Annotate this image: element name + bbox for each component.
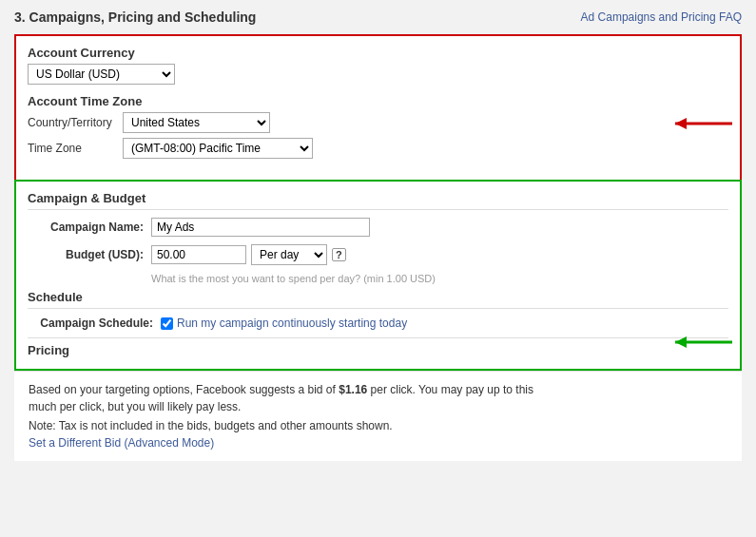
timezone-row: Time Zone (GMT-08:00) Pacific Time (GMT-… xyxy=(28,138,728,159)
main-content: 3. Campaigns, Pricing and Scheduling Ad … xyxy=(0,0,756,537)
account-currency-select[interactable]: US Dollar (USD) Euro (EUR) British Pound… xyxy=(28,64,175,85)
schedule-title: Schedule xyxy=(28,290,728,309)
account-currency-group: Account Currency US Dollar (USD) Euro (E… xyxy=(28,46,728,85)
account-currency-label: Account Currency xyxy=(28,46,728,60)
campaign-form: Campaign Name: Budget (USD): Per day Per… xyxy=(28,218,728,284)
campaign-name-label: Campaign Name: xyxy=(37,221,151,234)
pricing-divider: Pricing xyxy=(28,337,728,357)
schedule-checkbox-row: Run my campaign continuously starting to… xyxy=(161,316,407,330)
bid-info-text2: per click. You may pay up to this xyxy=(367,383,533,396)
campaign-name-input[interactable] xyxy=(151,218,370,237)
budget-period-select[interactable]: Per day Per week Per month xyxy=(251,244,327,265)
section-title: 3. Campaigns, Pricing and Scheduling xyxy=(14,10,256,25)
bid-info-text1: Based on your targeting options, Faceboo… xyxy=(29,383,339,396)
outer-wrapper: Account Currency US Dollar (USD) Euro (E… xyxy=(14,34,742,371)
schedule-label: Campaign Schedule: xyxy=(28,316,161,330)
note-text: Tax is not included in the bids, budgets… xyxy=(56,419,393,432)
bid-amount: $1.16 xyxy=(339,383,367,396)
schedule-text: Run my campaign continuously starting to… xyxy=(177,316,407,330)
timezone-select[interactable]: (GMT-08:00) Pacific Time (GMT-05:00) Eas… xyxy=(123,138,313,159)
budget-help-icon[interactable]: ? xyxy=(332,248,346,261)
budget-hint: What is the most you want to spend per d… xyxy=(151,273,728,284)
campaign-budget-box: Campaign & Budget Campaign Name: Budget … xyxy=(14,180,742,371)
budget-input[interactable] xyxy=(151,245,246,264)
timezone-label: Time Zone xyxy=(28,142,118,155)
faq-link[interactable]: Ad Campaigns and Pricing FAQ xyxy=(581,10,742,24)
schedule-checkbox[interactable] xyxy=(161,317,173,330)
info-section: Based on your targeting options, Faceboo… xyxy=(14,371,742,461)
country-row: Country/Territory United States Canada U… xyxy=(28,112,728,133)
section-header: 3. Campaigns, Pricing and Scheduling Ad … xyxy=(14,10,742,25)
bid-info-paragraph: Based on your targeting options, Faceboo… xyxy=(29,381,727,415)
schedule-row: Campaign Schedule: Run my campaign conti… xyxy=(28,316,728,330)
note-label: Note: xyxy=(29,419,56,432)
account-settings-box: Account Currency US Dollar (USD) Euro (E… xyxy=(14,34,742,182)
campaign-name-row: Campaign Name: xyxy=(37,218,728,237)
budget-row: Budget (USD): Per day Per week Per month… xyxy=(37,244,728,265)
country-select[interactable]: United States Canada United Kingdom xyxy=(123,112,270,133)
account-timezone-label: Account Time Zone xyxy=(28,94,728,108)
pricing-title: Pricing xyxy=(28,343,728,357)
account-timezone-group: Account Time Zone Country/Territory Unit… xyxy=(28,94,728,159)
note-paragraph: Note: Tax is not included in the bids, b… xyxy=(29,417,727,434)
budget-label: Budget (USD): xyxy=(37,248,151,261)
schedule-section: Schedule Campaign Schedule: Run my campa… xyxy=(28,290,728,330)
bid-info-line2: much per click, but you will likely pay … xyxy=(29,400,241,413)
country-label: Country/Territory xyxy=(28,116,118,129)
page-wrapper: 3. Campaigns, Pricing and Scheduling Ad … xyxy=(0,0,756,537)
advanced-bid-link[interactable]: Set a Different Bid (Advanced Mode) xyxy=(29,436,214,450)
campaign-budget-title: Campaign & Budget xyxy=(28,191,728,210)
